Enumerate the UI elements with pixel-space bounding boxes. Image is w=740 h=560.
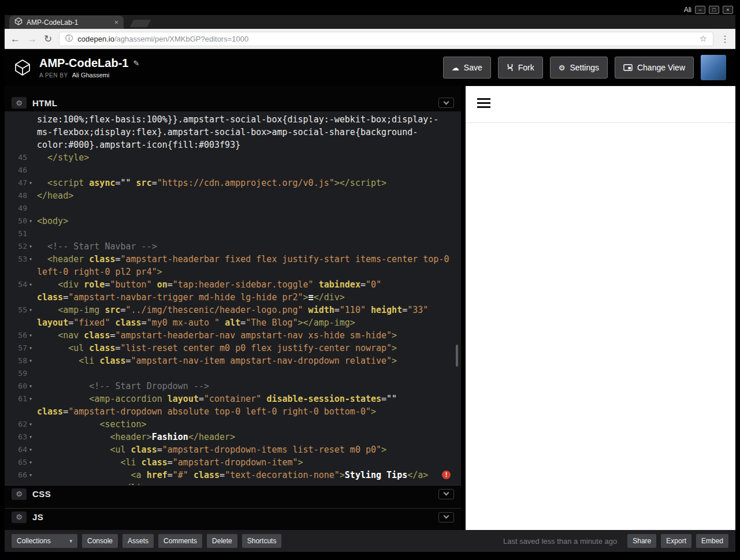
css-collapse-button[interactable] [438,489,454,499]
code-line[interactable]: 51 [5,227,461,240]
code-line[interactable]: 63▾ <header>Fashion</header> [5,431,461,443]
code-line[interactable]: 49 [5,202,461,215]
code-line[interactable]: 60▾ <!-- Start Dropdown --> [5,380,461,393]
fold-spacer [27,202,34,215]
fold-arrow-icon[interactable]: ▾ [27,380,34,393]
code-line[interactable]: 58▾ <li class="ampstart-nav-item ampstar… [5,354,461,367]
save-button[interactable]: ☁ Save [443,57,491,79]
code-line[interactable]: 54▾ <div role="button" on="tap:header-si… [5,278,461,304]
new-tab-button[interactable] [130,20,151,27]
tab-strip: AMP-CodeLab-1 × [5,15,735,29]
css-editor-header: ⚙ CSS [5,485,461,502]
back-icon[interactable]: ← [10,34,20,44]
fold-spacer [27,367,34,380]
settings-button[interactable]: ⚙ Settings [550,57,608,79]
editor-scrollbar[interactable] [456,345,458,367]
page-info-icon[interactable]: ⓘ [65,33,73,44]
code-line[interactable]: size:100%;flex-basis:100%}}.ampstart-soc… [5,113,461,151]
fold-arrow-icon[interactable]: ▾ [27,431,34,443]
js-editor-label: JS [32,512,43,522]
code-line[interactable]: 52▾ <!-- Start Navbar --> [5,240,461,253]
change-view-button[interactable]: Change View [615,57,694,79]
fold-arrow-icon[interactable]: ▾ [27,342,34,354]
browser-tab[interactable]: AMP-CodeLab-1 × [9,16,124,29]
code-line[interactable]: 59 [5,367,461,380]
address-bar[interactable]: ⓘ codepen.io/aghassemi/pen/XMKbGP?editor… [59,32,713,46]
window-close-button[interactable]: × [723,6,733,14]
code-line[interactable]: 62▾ <section> [5,418,461,431]
code-line[interactable]: 53▾ <header class="ampstart-headerbar fi… [5,253,461,278]
pen-title-text: AMP-CodeLab-1 [39,57,128,70]
fold-arrow-icon[interactable]: ▾ [27,354,34,367]
collections-dropdown[interactable]: Collections ▾ [12,534,77,548]
fork-icon [507,64,514,72]
html-editor-label: HTML [32,98,57,108]
js-collapse-button[interactable] [438,512,454,522]
css-settings-gear-icon[interactable]: ⚙ [12,488,27,500]
fold-arrow-icon[interactable]: ▾ [27,443,34,456]
fold-arrow-icon[interactable]: ▾ [27,329,34,342]
codepen-favicon-icon [14,17,23,27]
footer-button-share[interactable]: Share [627,534,656,548]
fork-button[interactable]: Fork [498,57,543,79]
code-lines: size:100%;flex-basis:100%}}.ampstart-soc… [5,113,461,485]
window-minimize-button[interactable]: – [695,6,705,14]
fold-arrow-icon[interactable]: ▾ [27,177,34,189]
editor-column: ⚙ HTML size:100%;flex-basis:100%}}.ampst… [5,86,461,530]
browser-window: Ali – □ × AMP-CodeLab-1 × ← → ↻ ⓘ codepe… [5,5,735,552]
bookmark-star-icon[interactable]: ☆ [700,33,707,44]
html-collapse-button[interactable] [438,98,454,108]
fold-arrow-icon[interactable]: ▾ [27,253,34,278]
code-line[interactable]: 66▾ <a href="#" class="text-decoration-n… [5,469,461,481]
edit-title-icon[interactable]: ✎ [133,59,139,68]
code-line[interactable]: 45 </style> [5,151,461,164]
save-status-text: Last saved less than a minute ago [503,537,617,546]
footer-button-assets[interactable]: Assets [122,534,154,548]
browser-menu-icon[interactable]: ⋮ [720,33,730,44]
tab-close-icon[interactable]: × [114,18,118,27]
window-maximize-button[interactable]: □ [709,6,719,14]
footer-button-shortcuts[interactable]: Shortcuts [242,534,282,548]
fold-arrow-icon[interactable]: ▾ [27,393,34,418]
forward-icon[interactable]: → [27,34,37,44]
footer-button-console[interactable]: Console [82,534,118,548]
code-line[interactable]: 61▾ <amp-accordion layout="container" di… [5,393,461,418]
fold-arrow-icon[interactable]: ▾ [27,456,34,469]
footer-button-export[interactable]: Export [661,534,691,548]
code-line[interactable]: 55▾ <amp-img src="../img/thescenic/heade… [5,304,461,329]
html-code-editor[interactable]: size:100%;flex-basis:100%}}.ampstart-soc… [5,111,461,485]
error-badge[interactable]: ! [442,471,451,479]
fork-label: Fork [518,63,534,72]
fold-arrow-icon[interactable]: ▾ [27,215,34,227]
window-user-label: Ali [684,6,691,14]
avatar[interactable] [701,55,726,80]
fold-arrow-icon[interactable]: ▾ [27,304,34,329]
footer-button-comments[interactable]: Comments [158,534,202,548]
code-line[interactable]: 47▾ <script async="" src="https://cdn.am… [5,177,461,189]
hamburger-menu-icon[interactable] [477,98,490,108]
fold-arrow-icon[interactable]: ▾ [27,240,34,253]
footer-button-delete[interactable]: Delete [207,534,237,548]
code-line[interactable]: 50▾<body> [5,215,461,227]
html-settings-gear-icon[interactable]: ⚙ [12,97,27,109]
code-line[interactable]: 65▾ <li class="ampstart-dropdown-item"> [5,456,461,469]
code-line[interactable]: 67 </li> [5,481,461,485]
code-line[interactable]: 64▾ <ul class="ampstart-dropdown-items l… [5,443,461,456]
fold-arrow-icon[interactable]: ▾ [27,418,34,431]
code-line[interactable]: 46 [5,164,461,177]
code-line[interactable]: 56▾ <nav class="ampstart-headerbar-nav a… [5,329,461,342]
editor-preview-divider[interactable] [461,86,466,530]
css-editor-label: CSS [32,489,51,499]
fold-arrow-icon[interactable]: ▾ [27,278,34,304]
change-view-icon [623,64,633,71]
footer-button-embed[interactable]: Embed [696,534,728,548]
main-area: ⚙ HTML size:100%;flex-basis:100%}}.ampst… [5,86,735,530]
author-link[interactable]: Ali Ghassemi [72,72,110,79]
fold-arrow-icon[interactable]: ▾ [27,469,34,481]
codepen-logo-icon[interactable] [14,59,31,76]
fold-spacer [27,189,34,202]
code-line[interactable]: 48</head> [5,189,461,202]
js-settings-gear-icon[interactable]: ⚙ [12,512,27,523]
code-line[interactable]: 57▾ <ul class="list-reset center m0 p0 f… [5,342,461,354]
reload-icon[interactable]: ↻ [44,34,52,44]
